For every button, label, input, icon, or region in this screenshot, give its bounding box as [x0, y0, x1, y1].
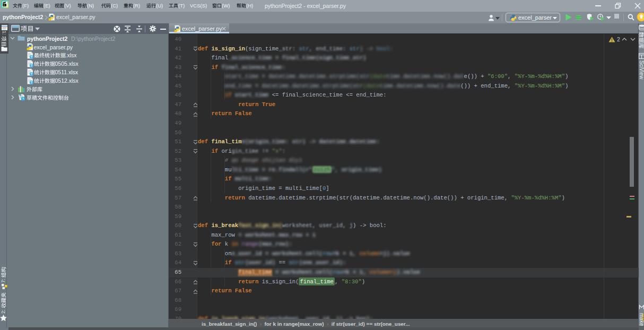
svg-text:?: ?	[30, 55, 32, 59]
svg-text:?: ?	[30, 81, 32, 84]
svg-text:?: ?	[30, 64, 32, 67]
svg-text:?: ?	[30, 72, 32, 76]
